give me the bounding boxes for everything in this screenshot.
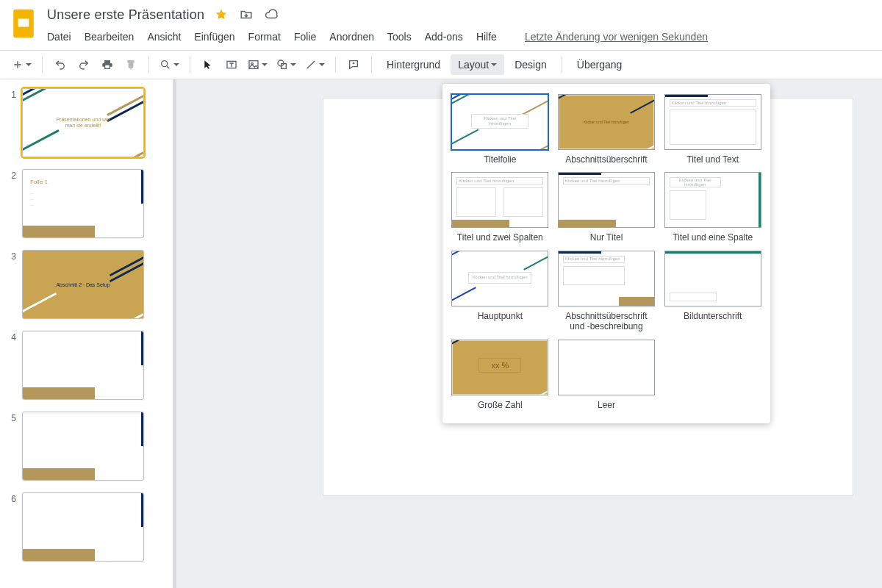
layout-option-section-desc[interactable]: Klicken und Titel hinzufügen Abschnittsü… [558,251,656,332]
separator [562,57,562,73]
layout-option-title-only[interactable]: Klicken und Titel hinzufügen Nur Titel [558,172,656,243]
layout-label: Titel und eine Spalte [673,232,753,243]
layout-dropdown: Klicken und Titel hinzufügen Titelfolie … [442,84,770,423]
separator [335,57,336,73]
layout-label: Nur Titel [590,232,623,243]
menu-format[interactable]: Format [248,31,281,43]
undo-button[interactable] [50,54,71,75]
print-button[interactable] [97,54,118,75]
layout-label: Abschnittsüberschrift [565,154,647,165]
menu-tools[interactable]: Tools [387,31,412,43]
separator [371,57,372,73]
layout-label: Titel und Text [686,154,739,165]
background-button[interactable]: Hintergrund [379,54,448,75]
layout-label: Große Zahl [478,400,523,410]
menu-insert[interactable]: Einfügen [194,31,234,43]
slide-number: 5 [7,412,16,423]
slide-thumbnail-1[interactable]: Präsentationen und wie man sie erstellt! [22,88,144,157]
line-tool[interactable] [302,54,328,75]
layout-option-title-body[interactable]: Klicken und Titel hinzufügen Titel und T… [664,94,761,165]
slide-thumbnail-3[interactable]: Abschnitt 2 · Das Setup [22,250,144,319]
layout-label: Leer [598,400,615,410]
transition-button[interactable]: Übergang [570,54,630,75]
comment-button[interactable] [343,54,364,75]
slide-thumbnail-5[interactable] [22,412,144,481]
menu-edit[interactable]: Bearbeiten [85,31,135,43]
slide-thumbnail-4[interactable] [22,331,144,400]
separator [42,57,43,73]
layout-label: Hauptpunkt [478,311,523,321]
layout-label: Bildunterschrift [684,311,742,321]
layout-option-blank[interactable]: Leer [558,340,656,410]
layout-option-one-column[interactable]: Klicken und Titel hinzufügen Titel und e… [664,172,761,243]
layout-label: Titelfolie [484,154,516,165]
select-tool[interactable] [198,54,218,75]
app-logo[interactable] [9,4,38,43]
menu-view[interactable]: Ansicht [147,31,181,43]
slide1-text2: man sie erstellt! [65,123,101,129]
paint-format-button[interactable] [121,54,141,75]
menu-slide[interactable]: Folie [294,31,316,43]
layout-option-caption[interactable]: Bildunterschrift [664,251,761,332]
slide2-title: Folie 1 [30,179,48,185]
layout-button[interactable]: Layout [451,54,504,75]
layout-option-section-header[interactable]: Klicken und Titel hinzufügen Abschnittsü… [558,94,656,165]
slide-thumbnail-2[interactable]: Folie 1 ——— [22,169,144,238]
slide1-text1: Präsentationen und wie [56,117,110,123]
menu-help[interactable]: Hilfe [476,31,497,43]
svg-rect-1 [18,18,30,28]
slide-number: 2 [7,169,16,181]
new-slide-button[interactable] [9,54,35,75]
toolbar: Hintergrund Layout Design Übergang [0,50,882,79]
slide-number: 4 [7,331,16,343]
menu-arrange[interactable]: Anordnen [329,31,374,43]
svg-point-3 [162,61,168,67]
menu-file[interactable]: Datei [47,31,71,43]
slide-thumbnail-6[interactable] [22,492,144,562]
cloud-saved-icon[interactable] [263,7,279,23]
redo-button[interactable] [74,54,94,75]
layout-option-title-slide[interactable]: Klicken und Titel hinzufügen Titelfolie … [451,94,549,165]
top-bar: Unsere erste Präsentation Datei Bearbeit… [0,0,882,50]
zoom-button[interactable] [157,54,182,75]
star-icon[interactable] [213,7,229,23]
move-to-folder-icon[interactable] [238,7,254,23]
menu-bar: Datei Bearbeiten Ansicht Einfügen Format… [47,31,870,43]
svg-rect-5 [249,61,258,69]
separator [148,57,149,73]
shape-tool[interactable] [273,54,299,75]
filmstrip[interactable]: 1 Präsentationen und wie man sie erstell… [0,79,173,588]
slide-number: 3 [7,250,16,262]
document-title[interactable]: Unsere erste Präsentation [47,7,204,23]
layout-label: Abschnittsüberschrift und -beschreibung [558,311,655,332]
textbox-tool[interactable] [221,54,242,75]
slide-number: 1 [7,88,16,100]
image-tool[interactable] [245,54,270,75]
layout-option-big-number[interactable]: xx % Große Zahl [451,340,549,410]
design-button[interactable]: Design [507,54,554,75]
menu-addons[interactable]: Add-ons [425,31,463,43]
layout-label: Titel und zwei Spalten [457,232,543,243]
slide3-text: Abschnitt 2 · Das Setup [23,251,143,318]
layout-option-main-point[interactable]: Klicken und Titel hinzufügen Hauptpunkt [451,251,549,332]
last-edit-link[interactable]: Letzte Änderung vor wenigen Sekunden [525,31,708,43]
separator [190,57,190,73]
title-area: Unsere erste Präsentation Datei Bearbeit… [47,4,870,43]
layout-option-two-columns[interactable]: Klicken und Titel hinzufügen Titel und z… [451,172,549,243]
slide-number: 6 [7,492,16,504]
